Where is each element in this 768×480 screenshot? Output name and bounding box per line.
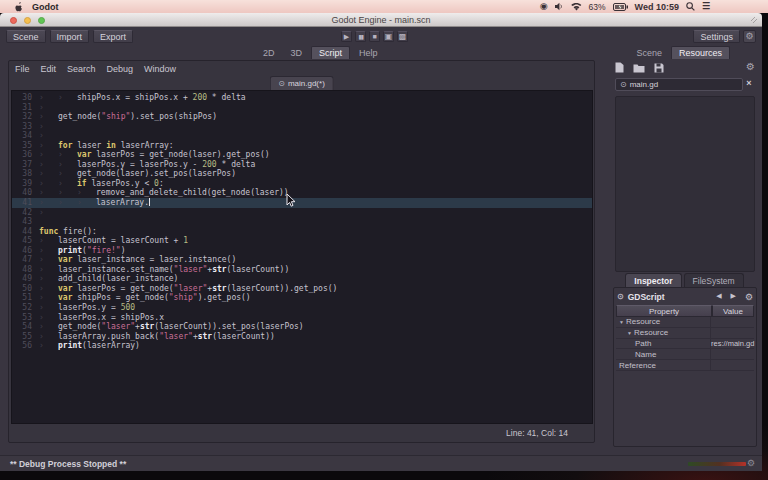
menu-edit[interactable]: Edit <box>41 64 57 74</box>
load-resource-folder-icon[interactable] <box>633 63 645 73</box>
battery-icon[interactable] <box>613 3 628 11</box>
code-line-48[interactable]: 48›laser_instance.set_name("laser"+str(l… <box>12 265 592 275</box>
line-number: 32 <box>12 112 32 122</box>
code-line-50[interactable]: 50›var laserPos = get_node("laser"+str(l… <box>12 284 592 294</box>
expander-icon[interactable]: ▼ <box>619 319 624 325</box>
pause-button[interactable]: ▮▮ <box>355 31 366 42</box>
code-line-35[interactable]: 35›for laser in laserArray: <box>12 141 592 151</box>
code-editor[interactable]: 30››shipPos.x = shipPos.x + 200 * delta3… <box>11 90 593 424</box>
notification-center-icon[interactable]: ☰ <box>702 0 710 13</box>
wifi-icon[interactable] <box>571 3 582 11</box>
inspector-gear-icon[interactable]: ⚙ <box>745 292 753 302</box>
code-line-31[interactable]: 31› <box>12 103 592 113</box>
open-resource-item[interactable]: ⊙ main.gd <box>615 78 743 91</box>
code-line-54[interactable]: 54›get_node("laser"+str(laserCount)).set… <box>12 322 592 332</box>
history-back-icon[interactable]: ◀ <box>716 292 721 302</box>
line-number: 40 <box>12 188 32 198</box>
property-value[interactable] <box>710 328 754 338</box>
debugger-gear-icon[interactable]: ⚙ <box>747 458 755 468</box>
tab-scene-dock[interactable]: Scene <box>629 46 669 59</box>
inspector-row-resource[interactable]: ▼Resource <box>616 317 754 328</box>
menubar-clock[interactable]: Wed 10:59 <box>635 2 679 12</box>
export-button[interactable]: Export <box>93 30 133 43</box>
code-line-37[interactable]: 37››laserPos.y = laserPos.y - 200 * delt… <box>12 160 592 170</box>
code-line-36[interactable]: 36››var laserPos = get_node(laser).get_p… <box>12 150 592 160</box>
resources-list[interactable] <box>615 96 755 272</box>
close-resource-icon[interactable]: × <box>743 77 755 90</box>
screen-record-icon[interactable]: ◉ <box>540 0 548 13</box>
value-column-header[interactable]: Value <box>712 305 754 317</box>
code-line-56[interactable]: 56›print(laserArray) <box>12 341 592 351</box>
code-line-33[interactable]: 33› <box>12 122 592 132</box>
save-resource-icon[interactable] <box>654 63 664 73</box>
inspector-row-reference[interactable]: Reference <box>616 360 754 371</box>
inspector-row-path[interactable]: Pathres://main.gd <box>616 339 754 350</box>
code-line-55[interactable]: 55›laserArray.push_back("laser"+str(lase… <box>12 332 592 342</box>
code-line-44[interactable]: 44func fire(): <box>12 227 592 237</box>
code-line-51[interactable]: 51›var shipPos = get_node("ship").get_po… <box>12 293 592 303</box>
menu-file[interactable]: File <box>15 64 30 74</box>
code-line-39[interactable]: 39››if laserPos.y < 0: <box>12 179 592 189</box>
tab-2d[interactable]: 2D <box>256 46 282 59</box>
resources-settings-gear-icon[interactable]: ⚙ <box>746 61 755 72</box>
code-line-30[interactable]: 30››shipPos.x = shipPos.x + 200 * delta <box>12 93 592 103</box>
tab-filesystem[interactable]: FileSystem <box>684 273 744 287</box>
inspector-row-name[interactable]: Name <box>616 349 754 360</box>
window-titlebar[interactable]: Godot Engine - main.scn <box>0 13 762 27</box>
settings-gear-icon[interactable]: ⚙ <box>743 30 756 43</box>
code-line-53[interactable]: 53›laserPos.x = shipPos.x <box>12 313 592 323</box>
code-line-52[interactable]: 52›laserPos.y = 500 <box>12 303 592 313</box>
active-app-menu[interactable]: Godot <box>32 2 59 12</box>
code-line-45[interactable]: 45›laserCount = laserCount + 1 <box>12 236 592 246</box>
property-value[interactable] <box>710 317 754 327</box>
menu-window[interactable]: Window <box>144 64 176 74</box>
code-line-41[interactable]: 41›››laserArray. <box>12 198 592 208</box>
volume-icon[interactable] <box>555 2 564 11</box>
debugger-bar[interactable]: ** Debug Process Stopped ** ⚙ <box>0 455 762 471</box>
line-text: ›print("fire!") <box>39 246 125 256</box>
code-line-32[interactable]: 32›get_node("ship").set_pos(shipPos) <box>12 112 592 122</box>
tab-indent-marker: › <box>58 188 77 198</box>
window-resize-icon[interactable] <box>750 16 758 24</box>
code-line-42[interactable]: 42› <box>12 208 592 218</box>
property-value[interactable] <box>710 360 754 370</box>
code-token: (laserCount)).set_pos(laserPos) <box>154 322 303 331</box>
stop-button[interactable]: ■ <box>369 31 380 42</box>
expander-icon[interactable]: ▼ <box>627 330 632 336</box>
property-column-header[interactable]: Property <box>616 305 712 317</box>
code-line-47[interactable]: 47›var laser_instance = laser.instance() <box>12 255 592 265</box>
play-custom-scene-button[interactable]: ▩ <box>397 31 408 42</box>
spotlight-search-icon[interactable] <box>686 2 695 11</box>
property-value[interactable]: res://main.gd <box>710 339 757 349</box>
play-scene-button[interactable]: ▣ <box>383 31 394 42</box>
code-token: var <box>58 255 77 264</box>
code-line-38[interactable]: 38››get_node(laser).set_pos(laserPos) <box>12 169 592 179</box>
tab-resources-dock[interactable]: Resources <box>671 46 730 59</box>
code-line-34[interactable]: 34› <box>12 131 592 141</box>
play-button[interactable]: ▶ <box>341 31 352 42</box>
scene-menu-button[interactable]: Scene <box>6 30 46 43</box>
line-text: ››shipPos.x = shipPos.x + 200 * delta <box>39 93 246 103</box>
history-forward-icon[interactable]: ▶ <box>731 292 736 302</box>
settings-button[interactable]: Settings <box>693 30 740 43</box>
tab-help[interactable]: Help <box>352 46 385 59</box>
tab-indent-marker: › <box>58 198 77 208</box>
new-resource-icon[interactable] <box>615 62 624 73</box>
menu-search[interactable]: Search <box>67 64 96 74</box>
script-file-tab[interactable]: ⊙ main.gd(*) <box>269 76 334 90</box>
tab-3d[interactable]: 3D <box>284 46 310 59</box>
code-token: str <box>198 332 212 341</box>
code-line-46[interactable]: 46›print("fire!") <box>12 246 592 256</box>
inspector-row-resource[interactable]: ▼Resource <box>616 328 754 339</box>
code-line-40[interactable]: 40›››remove_and_delete_child(get_node(la… <box>12 188 592 198</box>
line-number: 38 <box>12 169 32 179</box>
tab-inspector[interactable]: Inspector <box>625 273 681 287</box>
menu-debug[interactable]: Debug <box>107 64 134 74</box>
tab-script[interactable]: Script <box>311 46 350 59</box>
code-line-49[interactable]: 49›add_child(laser_instance) <box>12 274 592 284</box>
code-line-43[interactable]: 43 <box>12 217 592 227</box>
apple-menu-icon[interactable] <box>14 2 24 12</box>
property-value[interactable] <box>710 349 754 359</box>
import-button[interactable]: Import <box>50 30 90 43</box>
code-token: 1 <box>183 236 188 245</box>
